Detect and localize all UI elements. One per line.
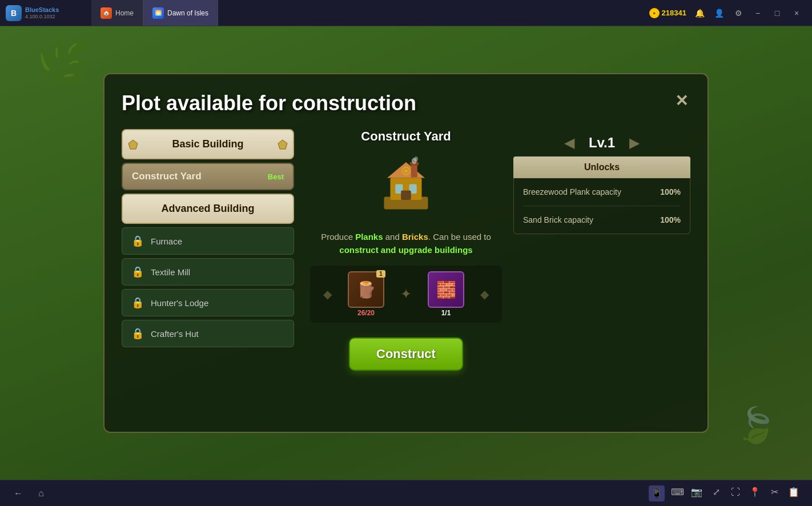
home-tab-icon: 🏠 (101, 7, 112, 19)
building-image-area (310, 153, 502, 222)
home-tab-label: Home (115, 9, 134, 17)
svg-point-11 (414, 156, 418, 162)
unlock-value-1: 100% (660, 187, 681, 196)
dialog-title: Plot available for construction (122, 91, 690, 115)
brick-icon: 🧱 (428, 271, 464, 308)
dialog-overlay: Plot available for construction ✕ Basic … (0, 26, 812, 480)
furnace-lock-icon: 🔒 (131, 235, 144, 247)
maximize-btn[interactable]: □ (771, 7, 783, 19)
settings-btn[interactable]: ⚙ (732, 7, 745, 19)
textile-mill-name: Textile Mill (151, 267, 190, 277)
taskbar-right: ● 218341 🔔 👤 ⚙ − □ × (649, 7, 812, 19)
app-logo: B BlueStacks 4.100.0.1032 (0, 5, 91, 21)
desc-part3: . Can be used to (428, 232, 491, 242)
screen-btn[interactable]: 📱 (649, 485, 665, 501)
bottom-right-controls: 📱 ⌨ 📷 ⤢ ⛶ 📍 ✂ 📋 (649, 485, 801, 501)
desc-part1: Produce (321, 232, 355, 242)
crafters-hut-item[interactable]: 🔒 Crafter's Hut (122, 320, 294, 347)
unlock-row-1: Breezewood Plank capacity 100% (523, 187, 681, 196)
construct-yard-item[interactable]: Construct Yard Best (122, 163, 294, 190)
resources-area: ◆ 🪵 1 26/20 ✦ (310, 266, 502, 323)
logo-text-group: BlueStacks 4.100.0.1032 (25, 6, 59, 19)
wood-resource-slot: 🪵 1 26/20 (343, 271, 389, 317)
unlock-name-1: Breezewood Plank capacity (523, 187, 660, 196)
desc-part2: and (383, 232, 402, 242)
building-name: Construct Yard (310, 129, 502, 144)
app-name: BlueStacks (25, 6, 59, 14)
dialog-content: Basic Building Construct Yard Best Advan… (122, 129, 690, 415)
construct-yard-name: Construct Yard (132, 171, 202, 182)
wood-icon: 🪵 1 (348, 271, 384, 308)
wood-count: 26/20 (357, 309, 375, 317)
app-version: 4.100.0.1032 (25, 14, 59, 19)
right-panel: ◀ Lv.1 ▶ Unlocks Breezewood Plank capaci… (513, 129, 690, 415)
unlock-value-2: 100% (660, 215, 681, 224)
middle-panel: Construct Yard (299, 129, 513, 415)
basic-building-btn[interactable]: Basic Building (122, 129, 294, 159)
unlocks-section: Unlocks Breezewood Plank capacity 100% S… (513, 156, 690, 234)
level-text: Lv.1 (579, 135, 625, 151)
account-btn[interactable]: 👤 (713, 7, 725, 19)
coin-display: ● 218341 (649, 8, 686, 18)
cut-btn[interactable]: ✂ (767, 485, 781, 499)
home-btn[interactable]: ⌂ (34, 487, 48, 500)
desc-bricks: Bricks (402, 232, 428, 242)
game-area: Plot available for construction ✕ Basic … (0, 26, 812, 480)
building-description: Produce Planks and Bricks. Can be used t… (310, 231, 502, 256)
map-btn[interactable]: 📍 (748, 485, 762, 499)
coin-amount: 218341 (662, 9, 686, 17)
desc-highlight3: construct and upgrade buildings (339, 245, 472, 255)
hunters-lodge-item[interactable]: 🔒 Hunter's Lodge (122, 289, 294, 316)
bottom-left-controls: ← ⌂ (11, 487, 48, 500)
diamond-deco-right: ◆ (480, 287, 489, 301)
level-next-btn[interactable]: ▶ (629, 135, 640, 151)
textile-lock-icon: 🔒 (131, 266, 144, 278)
crafters-lock-icon: 🔒 (131, 327, 144, 340)
construction-dialog: Plot available for construction ✕ Basic … (103, 73, 709, 433)
unlock-divider (523, 206, 681, 206)
fullscreen-btn[interactable]: ⛶ (729, 485, 742, 499)
furnace-name: Furnace (151, 236, 182, 246)
tab-home[interactable]: 🏠 Home (91, 0, 143, 26)
hunters-lock-icon: 🔒 (131, 296, 144, 309)
svg-point-9 (404, 169, 408, 173)
keyboard-btn[interactable]: ⌨ (670, 485, 684, 499)
textile-mill-item[interactable]: 🔒 Textile Mill (122, 258, 294, 286)
svg-rect-6 (411, 163, 417, 177)
bottombar: ← ⌂ 📱 ⌨ 📷 ⤢ ⛶ 📍 ✂ 📋 (0, 480, 812, 506)
unlocks-list: Breezewood Plank capacity 100% Sand Bric… (513, 178, 690, 234)
basic-building-label: Basic Building (172, 138, 243, 150)
back-btn[interactable]: ← (11, 487, 25, 500)
diamond-deco-left: ◆ (323, 287, 332, 301)
notification-btn[interactable]: 🔔 (693, 7, 706, 19)
level-prev-btn[interactable]: ◀ (564, 135, 574, 151)
advanced-building-btn[interactable]: Advanced Building (122, 194, 294, 224)
furnace-item[interactable]: 🔒 Furnace (122, 227, 294, 255)
level-header: ◀ Lv.1 ▶ (513, 129, 690, 156)
camera-btn[interactable]: 📷 (690, 485, 704, 499)
craft-arrow: ✦ (400, 286, 412, 302)
close-btn-taskbar[interactable]: × (790, 7, 803, 19)
logo-icon: B (6, 5, 22, 21)
minimize-btn[interactable]: − (751, 7, 764, 19)
resize-btn[interactable]: ⤢ (709, 485, 723, 499)
game-tab-label: Dawn of Isles (167, 9, 208, 17)
close-dialog-btn[interactable]: ✕ (669, 88, 694, 113)
tab-dawn-of-isles[interactable]: 🌅 Dawn of Isles (143, 0, 218, 26)
building-visual (375, 156, 437, 219)
wood-badge: 1 (376, 270, 385, 278)
taskbar: B BlueStacks 4.100.0.1032 🏠 Home 🌅 Dawn … (0, 0, 812, 26)
svg-rect-5 (401, 191, 411, 200)
unlock-row-2: Sand Brick capacity 100% (523, 215, 681, 224)
advanced-building-label: Advanced Building (161, 203, 254, 214)
unlock-name-2: Sand Brick capacity (523, 215, 660, 224)
best-badge: Best (268, 172, 284, 181)
game-tab-icon: 🌅 (152, 7, 164, 19)
coin-icon: ● (649, 8, 660, 18)
brick-resource-slot: 🧱 1/1 (423, 271, 469, 317)
tablet-btn[interactable]: 📋 (787, 485, 801, 499)
hunters-lodge-name: Hunter's Lodge (151, 298, 208, 308)
construct-button[interactable]: Construct (349, 338, 463, 371)
left-panel: Basic Building Construct Yard Best Advan… (122, 129, 299, 415)
desc-planks: Planks (355, 232, 383, 242)
